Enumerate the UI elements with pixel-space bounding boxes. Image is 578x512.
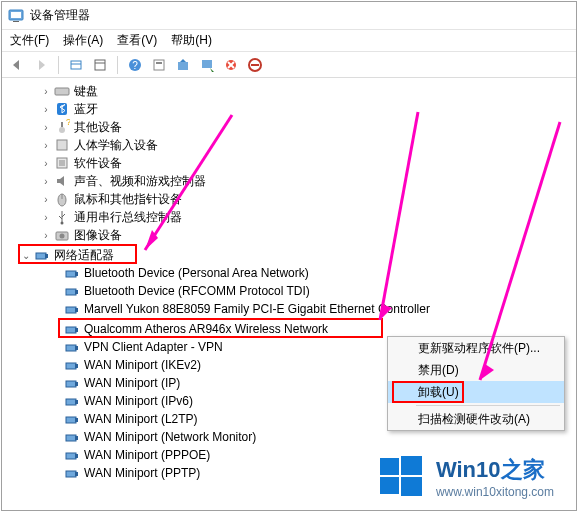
svg-rect-27: [57, 140, 67, 150]
toolbar: ?: [2, 52, 576, 78]
network-adapter-icon: [64, 465, 80, 481]
svg-text:?: ?: [66, 119, 70, 127]
forward-button[interactable]: [30, 54, 52, 76]
network-adapter-icon: [64, 339, 80, 355]
ctx-disable[interactable]: 禁用(D): [388, 359, 564, 381]
svg-point-33: [61, 222, 64, 225]
svg-rect-71: [401, 477, 422, 496]
svg-rect-41: [75, 290, 78, 294]
watermark: Win10之家 www.win10xitong.com: [378, 454, 554, 500]
device-manager-icon: [8, 8, 24, 24]
svg-rect-38: [66, 271, 76, 277]
svg-point-24: [59, 127, 65, 133]
svg-point-35: [60, 234, 65, 239]
ctx-update-driver[interactable]: 更新驱动程序软件(P)...: [388, 337, 564, 359]
svg-rect-57: [75, 436, 78, 440]
tree-category-camera[interactable]: ›图像设备: [2, 226, 576, 244]
network-adapter-icon: [64, 411, 80, 427]
chevron-right-icon: ›: [40, 85, 52, 97]
update-driver-button[interactable]: [172, 54, 194, 76]
network-adapter-icon: [64, 357, 80, 373]
network-adapter-icon: [64, 393, 80, 409]
disable-button[interactable]: [220, 54, 242, 76]
svg-rect-51: [75, 382, 78, 386]
svg-marker-3: [13, 60, 19, 70]
svg-rect-25: [61, 122, 63, 127]
show-hidden-button[interactable]: [65, 54, 87, 76]
menu-action[interactable]: 操作(A): [63, 32, 103, 49]
mouse-icon: [54, 191, 70, 207]
tree-category-keyboard[interactable]: ›键盘: [2, 82, 576, 100]
chevron-right-icon: ›: [40, 139, 52, 151]
menu-file[interactable]: 文件(F): [10, 32, 49, 49]
tree-item[interactable]: Marvell Yukon 88E8059 Family PCI-E Gigab…: [2, 300, 576, 318]
svg-marker-14: [180, 59, 186, 62]
ctx-scan-hardware[interactable]: 扫描检测硬件改动(A): [388, 408, 564, 430]
uninstall-button[interactable]: [244, 54, 266, 76]
network-adapter-icon: [64, 375, 80, 391]
hid-icon: [54, 137, 70, 153]
tree-category-sound[interactable]: ›声音、视频和游戏控制器: [2, 172, 576, 190]
device-manager-window: 设备管理器 文件(F) 操作(A) 查看(V) 帮助(H) ? ›键盘 ›蓝牙 …: [1, 1, 577, 511]
device-tree[interactable]: ›键盘 ›蓝牙 ›?其他设备 ›人体学输入设备 ›软件设备 ›声音、视频和游戏控…: [2, 78, 576, 510]
svg-rect-50: [66, 381, 76, 387]
svg-rect-70: [380, 477, 399, 494]
chevron-right-icon: ›: [40, 229, 52, 241]
svg-rect-58: [66, 453, 76, 459]
svg-rect-56: [66, 435, 76, 441]
svg-rect-40: [66, 289, 76, 295]
chevron-right-icon: ›: [40, 193, 52, 205]
view-button[interactable]: [89, 54, 111, 76]
network-adapter-icon: [64, 265, 80, 281]
network-adapter-icon: [64, 447, 80, 463]
back-button[interactable]: [6, 54, 28, 76]
windows-logo-icon: [378, 454, 424, 500]
svg-rect-61: [75, 472, 78, 476]
window-title: 设备管理器: [30, 7, 90, 24]
svg-rect-7: [95, 60, 105, 70]
svg-rect-69: [401, 456, 422, 475]
svg-rect-59: [75, 454, 78, 458]
menu-view[interactable]: 查看(V): [117, 32, 157, 49]
svg-rect-60: [66, 471, 76, 477]
svg-rect-47: [75, 346, 78, 350]
chevron-right-icon: ›: [40, 121, 52, 133]
tree-category-software[interactable]: ›软件设备: [2, 154, 576, 172]
tree-category-hid[interactable]: ›人体学输入设备: [2, 136, 576, 154]
highlight-selected-adapter: [58, 318, 383, 338]
tree-category-other[interactable]: ›?其他设备: [2, 118, 576, 136]
scan-hardware-button[interactable]: [196, 54, 218, 76]
chevron-right-icon: ›: [40, 157, 52, 169]
chevron-right-icon: ›: [40, 175, 52, 187]
svg-rect-29: [59, 160, 65, 166]
svg-rect-42: [66, 307, 76, 313]
tree-category-bluetooth[interactable]: ›蓝牙: [2, 100, 576, 118]
svg-rect-13: [178, 62, 188, 70]
tree-category-usb[interactable]: ›通用串行总线控制器: [2, 208, 576, 226]
svg-rect-46: [66, 345, 76, 351]
usb-icon: [54, 209, 70, 225]
keyboard-icon: [54, 83, 70, 99]
tree-category-mouse[interactable]: ›鼠标和其他指针设备: [2, 190, 576, 208]
svg-rect-15: [202, 60, 212, 68]
svg-marker-4: [39, 60, 45, 70]
svg-rect-53: [75, 400, 78, 404]
chevron-right-icon: ›: [40, 103, 52, 115]
software-icon: [54, 155, 70, 171]
menu-help[interactable]: 帮助(H): [171, 32, 212, 49]
tree-item[interactable]: Bluetooth Device (Personal Area Network): [2, 264, 576, 282]
svg-rect-68: [380, 458, 399, 475]
help-button[interactable]: ?: [124, 54, 146, 76]
svg-text:?: ?: [132, 60, 138, 71]
properties-button[interactable]: [148, 54, 170, 76]
svg-rect-55: [75, 418, 78, 422]
tree-item[interactable]: Bluetooth Device (RFCOMM Protocol TDI): [2, 282, 576, 300]
network-adapter-icon: [64, 429, 80, 445]
svg-marker-16: [210, 68, 214, 72]
svg-rect-39: [75, 272, 78, 276]
svg-rect-22: [55, 88, 69, 95]
menubar: 文件(F) 操作(A) 查看(V) 帮助(H): [2, 30, 576, 52]
highlight-network-category: [18, 244, 137, 264]
svg-rect-49: [75, 364, 78, 368]
ctx-separator: [416, 405, 560, 406]
